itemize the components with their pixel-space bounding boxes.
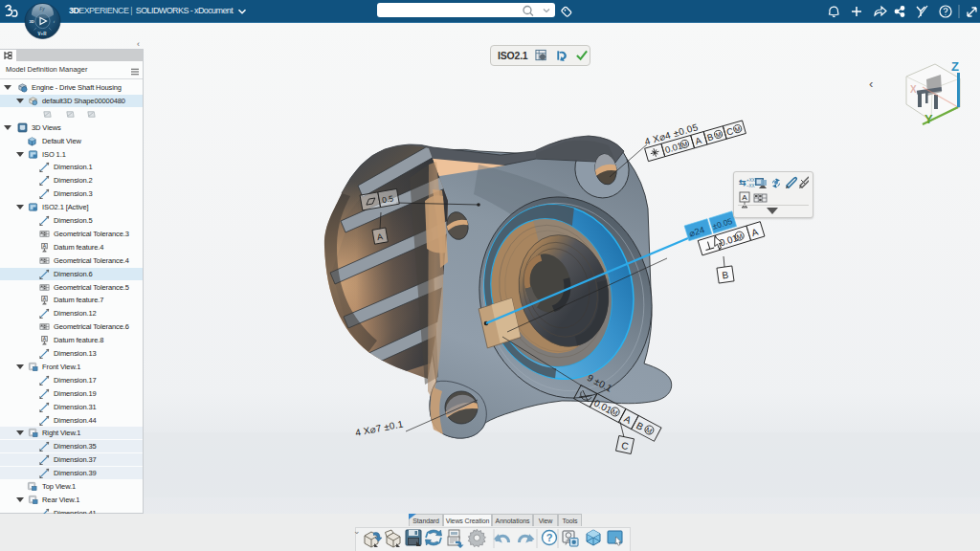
svg-text:V+R: V+R [38,32,48,36]
svg-text:‹: ‹ [869,77,873,91]
svg-text:Fy: Fy [40,7,46,11]
svg-text:X: X [910,84,917,95]
svg-text:+XX: +XX [746,178,755,183]
svg-text:3D: 3D [30,19,34,24]
svg-text:0.5: 0.5 [381,193,394,205]
svg-text:A: A [622,413,633,426]
svg-text:?: ? [546,532,553,543]
svg-text:i: i [54,19,55,24]
svg-text:⇆: ⇆ [739,178,746,187]
svg-text:Z: Z [951,59,959,74]
svg-text:B: B [635,420,645,432]
svg-text:–XX: –XX [746,184,755,188]
svg-text:Y: Y [924,112,933,126]
svg-text:A: A [742,193,747,202]
svg-text:C: C [725,125,735,138]
svg-text:A: A [694,135,703,147]
svg-text:B: B [706,131,715,143]
